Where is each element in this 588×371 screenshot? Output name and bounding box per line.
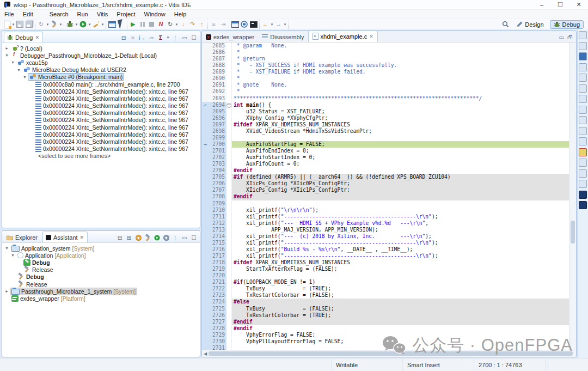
chevron-icon[interactable]: ▾ bbox=[10, 60, 16, 65]
gutter[interactable] bbox=[202, 135, 209, 141]
close-tab-icon[interactable]: ✕ bbox=[35, 35, 39, 40]
code-line[interactable]: 2729 VphyErrorFlag = FALSE; bbox=[202, 332, 569, 338]
code-line[interactable]: 2686 * bbox=[202, 49, 569, 56]
tab-exdes-wrapper[interactable]: X exdes_wrapper bbox=[202, 32, 258, 42]
gutter[interactable] bbox=[202, 299, 209, 305]
run-play-icon[interactable] bbox=[153, 234, 161, 241]
terminal-icon[interactable] bbox=[107, 20, 117, 29]
gutter[interactable] bbox=[202, 108, 209, 115]
build-hammer-icon[interactable] bbox=[50, 20, 59, 29]
tree-row[interactable]: exdes_wrapper [Platform] bbox=[2, 295, 200, 302]
gutter[interactable] bbox=[202, 266, 209, 272]
menu-search[interactable]: Search bbox=[45, 11, 73, 17]
chevron-icon[interactable]: ▾ bbox=[16, 68, 22, 72]
gutter[interactable] bbox=[202, 285, 209, 292]
restart-dropdown-icon[interactable]: ▾ bbox=[175, 22, 179, 27]
code-line[interactable]: 2695 u32 Status = XST_FAILURE; bbox=[202, 108, 569, 115]
explorer-view-tab[interactable]: Explorer bbox=[4, 232, 41, 242]
tree-row[interactable]: <select to see more frames> bbox=[2, 153, 200, 160]
minimized-view-icon[interactable] bbox=[579, 52, 587, 60]
code-line[interactable]: 2727#endif bbox=[202, 319, 569, 325]
code-line[interactable]: 2728#endif bbox=[202, 325, 569, 332]
new-dropdown-icon[interactable]: ▾ bbox=[11, 22, 15, 27]
instruction-pointer-icon[interactable]: → bbox=[202, 141, 209, 148]
code-line[interactable]: 2709 bbox=[202, 200, 569, 207]
code-line[interactable]: 2723 TxRestartColorbar = (FALSE); bbox=[202, 292, 569, 299]
code-line[interactable]: →2700 AuxFifoStartFlag = FALSE; bbox=[202, 141, 569, 148]
tree-row[interactable]: ▾MicroBlaze #0 (Breakpoint: main) bbox=[2, 74, 200, 81]
gutter[interactable] bbox=[202, 272, 209, 279]
scroll-left-icon[interactable]: ◀ bbox=[202, 351, 209, 356]
gutter[interactable] bbox=[202, 62, 209, 69]
code-line[interactable]: 2704#endif bbox=[202, 167, 569, 174]
gutter[interactable] bbox=[202, 49, 209, 56]
tree-row[interactable]: ▸Passthrough_Microblaze_1_system [System… bbox=[2, 288, 200, 295]
gutter[interactable] bbox=[202, 180, 209, 187]
gutter[interactable] bbox=[202, 338, 209, 345]
save-icon[interactable] bbox=[15, 20, 24, 29]
gutter[interactable] bbox=[202, 279, 209, 285]
disconnect-icon[interactable]: N bbox=[156, 20, 166, 29]
code-line[interactable]: 2716 xil_printf("Build %s - %s\r\n", __D… bbox=[202, 246, 569, 253]
build-hammer-icon[interactable] bbox=[144, 234, 151, 241]
gutter[interactable] bbox=[202, 174, 209, 180]
show-thread-icon[interactable]: i→ bbox=[138, 34, 146, 41]
gutter[interactable] bbox=[202, 345, 209, 350]
forward-dropdown-icon[interactable]: ▾ bbox=[283, 22, 287, 27]
gutter[interactable] bbox=[202, 200, 209, 207]
run-play-icon[interactable] bbox=[78, 20, 88, 29]
maximize-view-icon[interactable]: ☐ bbox=[190, 34, 198, 41]
gutter[interactable] bbox=[202, 56, 209, 62]
code-line[interactable]: 2705#if (defined (ARMR5) || (__aarch64__… bbox=[202, 174, 569, 180]
minimized-view-icon[interactable] bbox=[579, 63, 587, 71]
serial-console-icon[interactable] bbox=[240, 20, 249, 29]
restart-icon[interactable]: ↻ bbox=[166, 20, 175, 29]
debug-dropdown-icon[interactable]: ▾ bbox=[75, 22, 78, 27]
tree-row[interactable]: ▾xcau15p bbox=[2, 59, 200, 66]
launch-dropdown-icon[interactable]: ▾ bbox=[46, 22, 50, 27]
code-line[interactable]: 2730 VphyPllLayoutErrorFlag = FALSE; bbox=[202, 338, 569, 345]
gutter[interactable] bbox=[202, 128, 209, 135]
code-line[interactable]: 2717 xil_printf("-----------------------… bbox=[202, 253, 569, 259]
code-line[interactable]: 2726 TxRestartColorbar = (TRUE); bbox=[202, 312, 569, 319]
minimized-view-icon[interactable] bbox=[579, 42, 587, 50]
minimized-view-icon[interactable] bbox=[579, 191, 587, 199]
gutter[interactable] bbox=[202, 292, 209, 299]
code-editor[interactable]: 2685 * @param None.2686 *2687 * @return2… bbox=[202, 42, 569, 350]
minimized-view-icon[interactable] bbox=[579, 95, 587, 103]
gutter[interactable] bbox=[202, 69, 209, 75]
skip-breakpoints-icon[interactable]: ⇥ bbox=[218, 20, 228, 29]
code-line[interactable]: 2722 TxBusy = (TRUE); bbox=[202, 285, 569, 292]
step-over-icon[interactable]: ↷ bbox=[188, 20, 197, 29]
flash-dropdown-icon[interactable]: ▾ bbox=[101, 22, 105, 27]
code-line[interactable]: 2708#endif bbox=[202, 193, 569, 200]
collapse-all-icon[interactable]: ⊟ bbox=[120, 34, 127, 41]
back-icon[interactable]: ← bbox=[261, 20, 270, 29]
program-flash-icon[interactable] bbox=[91, 20, 101, 29]
close-tab-icon[interactable]: ✕ bbox=[80, 235, 84, 240]
gutter[interactable] bbox=[202, 253, 209, 259]
code-line[interactable]: 2693************************************… bbox=[202, 95, 569, 102]
code-line[interactable]: 2696 XVphy_Config *XVphyCfgPtr; bbox=[202, 115, 569, 121]
code-line[interactable]: 2720 bbox=[202, 272, 569, 279]
select-pointer-icon[interactable] bbox=[117, 20, 126, 29]
code-line[interactable]: 2689 * - XST_FAILURE if HDMI example fai… bbox=[202, 69, 569, 75]
code-line[interactable]: 2710 xil_printf("\r\n\r\n"); bbox=[202, 207, 569, 214]
tree-row[interactable]: ▸? (Local) bbox=[2, 45, 200, 52]
new-icon[interactable] bbox=[2, 20, 11, 29]
minimized-view-icon[interactable] bbox=[579, 159, 587, 167]
minimize-window-button[interactable]: – bbox=[532, 0, 551, 9]
tree-row[interactable]: 0x00000224 XIntc_SetNormalIntrMode(): xi… bbox=[2, 88, 200, 95]
code-line[interactable]: 2714 xil_printf("--- (c) 2018 by Xilinx,… bbox=[202, 233, 569, 240]
code-line[interactable]: 2706 XIicPs_Config *XIic0Ps_ConfigPtr; bbox=[202, 180, 569, 187]
breakpoint-marker[interactable]: ✓ bbox=[202, 102, 209, 108]
resume-icon[interactable]: ▶ bbox=[128, 20, 138, 29]
tree-row[interactable]: 0x0000c8a0 main(): ../src/xhdmi_example.… bbox=[2, 81, 200, 88]
terminate-icon[interactable] bbox=[147, 20, 156, 29]
chevron-icon[interactable]: ▾ bbox=[4, 246, 10, 251]
gutter[interactable] bbox=[202, 42, 209, 49]
settings-gear-icon[interactable] bbox=[134, 234, 142, 241]
tree-row[interactable]: 0x00000224 XIntc_SetNormalIntrMode(): xi… bbox=[2, 110, 200, 117]
debug-gear-icon[interactable] bbox=[162, 234, 170, 241]
code-line[interactable]: 2721#if(LOOPBACK_MODE_EN != 1) bbox=[202, 279, 569, 285]
